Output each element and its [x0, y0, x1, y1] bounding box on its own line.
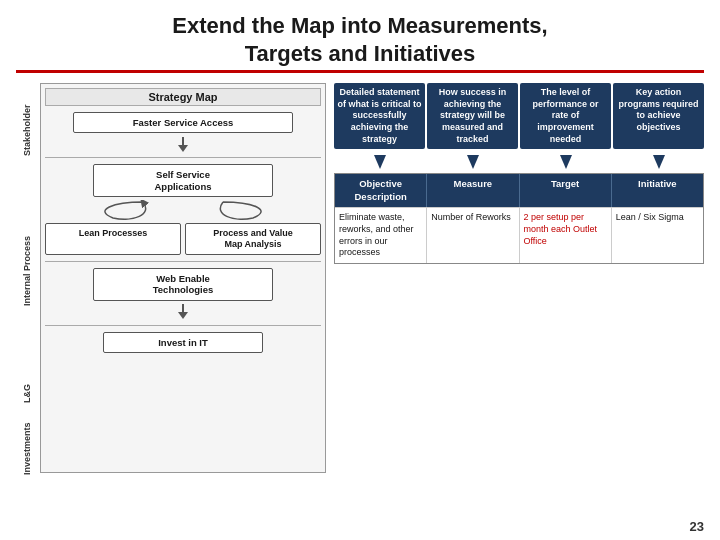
strategy-map-container: Strategy Map Faster Service Access [40, 83, 326, 473]
loop-arrows-svg [73, 200, 293, 220]
table-row: Eliminate waste, reworks, and other erro… [335, 207, 703, 263]
col-header-initiative: Key action programs required to achieve … [613, 83, 704, 149]
faster-service-box: Faster Service Access [73, 112, 293, 133]
header-arrows [334, 155, 704, 169]
data-table: Objective Description Measure Target Ini… [334, 173, 704, 263]
page-title: Extend the Map into Measurements, Target… [16, 12, 704, 67]
connecting-arrows [45, 200, 321, 220]
page-number: 23 [690, 519, 704, 534]
down-arrow-1 [374, 155, 386, 169]
self-service-box: Self ServiceApplications [93, 164, 273, 197]
arrow-cell-4 [613, 155, 704, 169]
lean-processes-box: Lean Processes [45, 223, 181, 255]
faster-service-row: Faster Service Access [45, 112, 321, 133]
page: Extend the Map into Measurements, Target… [0, 0, 720, 540]
strategy-map-title: Strategy Map [45, 88, 321, 106]
divider1 [45, 157, 321, 158]
title-underline [16, 70, 704, 73]
arrow-cell-3 [520, 155, 611, 169]
th-measure: Measure [427, 174, 519, 207]
web-enable-row: Web EnableTechnologies [45, 268, 321, 301]
internal-group: Self ServiceApplications [45, 164, 321, 254]
svg-marker-0 [374, 155, 386, 169]
row-labels: Stakeholder Internal Process L&G Investm… [16, 83, 38, 473]
divider2 [45, 261, 321, 262]
col-header-measure: How success in achieving the strategy wi… [427, 83, 518, 149]
arrow-cell-2 [427, 155, 518, 169]
left-section: Stakeholder Internal Process L&G Investm… [16, 83, 326, 473]
table-header-row: Objective Description Measure Target Ini… [335, 174, 703, 207]
svg-marker-3 [653, 155, 665, 169]
arrow2 [45, 305, 321, 319]
main-content: Stakeholder Internal Process L&G Investm… [16, 83, 704, 473]
invest-it-box: Invest in IT [103, 332, 263, 353]
internal-row-2: Lean Processes Process and ValueMap Anal… [45, 223, 321, 255]
right-section: Detailed statement of what is critical t… [334, 83, 704, 473]
down-arrow-3 [560, 155, 572, 169]
investments-label: Investments [16, 425, 38, 473]
arrow1 [45, 137, 321, 151]
svg-marker-1 [467, 155, 479, 169]
stakeholder-label: Stakeholder [16, 83, 38, 178]
web-enable-box: Web EnableTechnologies [93, 268, 273, 301]
th-objective: Objective Description [335, 174, 427, 207]
internal-label: Internal Process [16, 178, 38, 363]
title-area: Extend the Map into Measurements, Target… [16, 12, 704, 73]
self-service-row: Self ServiceApplications [45, 164, 321, 197]
col-header-objective: Detailed statement of what is critical t… [334, 83, 425, 149]
arrow-cell-1 [334, 155, 425, 169]
col-headers: Detailed statement of what is critical t… [334, 83, 704, 149]
th-initiative: Initiative [612, 174, 703, 207]
svg-marker-2 [560, 155, 572, 169]
td-target: 2 per setup per month each Outlet Office [520, 208, 612, 263]
col-header-target: The level of performance or rate of impr… [520, 83, 611, 149]
down-arrow-2 [467, 155, 479, 169]
td-objective: Eliminate waste, reworks, and other erro… [335, 208, 427, 263]
td-measure: Number of Reworks [427, 208, 519, 263]
divider3 [45, 325, 321, 326]
lg-label: L&G [16, 363, 38, 425]
th-target: Target [520, 174, 612, 207]
td-initiative: Lean / Six Sigma [612, 208, 703, 263]
invest-it-row: Invest in IT [45, 332, 321, 353]
process-value-box: Process and ValueMap Analysis [185, 223, 321, 255]
down-arrow-4 [653, 155, 665, 169]
